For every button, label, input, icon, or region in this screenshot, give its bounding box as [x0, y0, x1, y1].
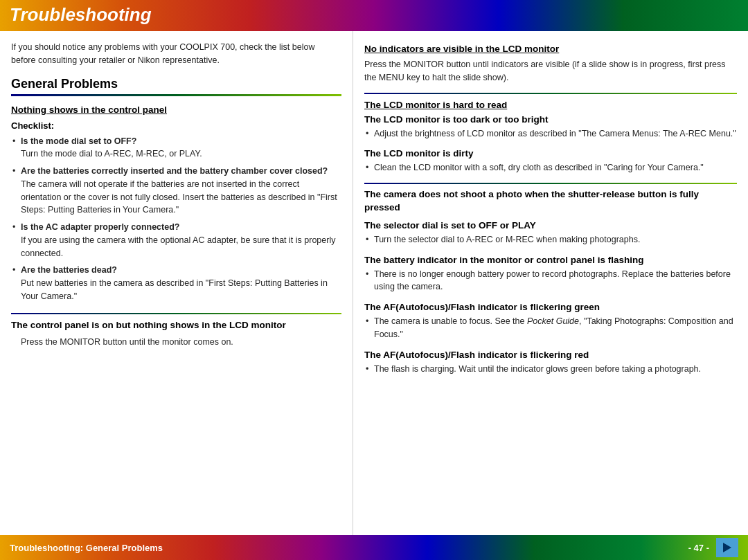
bullet-bold-1: Is the mode dial set to OFF?: [21, 136, 136, 146]
bullet-follow-1: Turn the mode dial to A-REC, M-REC, or P…: [21, 149, 202, 159]
page-title: Troubleshooting: [10, 4, 152, 26]
lcd-hard-section: The LCD monitor is hard to read The LCD …: [364, 93, 737, 175]
press-monitor-text: Press the MONITOR button until the monit…: [11, 336, 341, 349]
left-column: If you should notice any problems with y…: [0, 31, 353, 535]
page-footer: Troubleshooting: General Problems - 47 -: [0, 535, 748, 560]
battery-indicator-subsection: The battery indicator in the monitor or …: [364, 255, 737, 294]
list-item: Are the batteries correctly inserted and…: [11, 165, 341, 217]
svg-marker-0: [723, 543, 731, 552]
list-item: Clean the LCD monitor with a soft, dry c…: [364, 161, 737, 174]
bullet-follow-2: The camera will not operate if the batte…: [21, 179, 337, 215]
battery-indicator-heading: The battery indicator in the monitor or …: [364, 255, 737, 265]
right-column: No indicators are visible in the LCD mon…: [353, 31, 748, 535]
lcd-too-dark-subsection: The LCD monitor is too dark or too brigh…: [364, 114, 737, 141]
lcd-too-dark-heading: The LCD monitor is too dark or too brigh…: [364, 114, 737, 125]
footer-left-text: Troubleshooting: General Problems: [10, 543, 163, 553]
nothing-shows-heading: Nothing shows in the control panel: [11, 105, 341, 115]
list-item: The flash is charging. Wait until the in…: [364, 363, 737, 376]
battery-indicator-list: There is no longer enough battery power …: [364, 268, 737, 294]
camera-does-not-heading: The camera does not shoot a photo when t…: [364, 188, 737, 215]
list-item: Adjust the brightness of LCD monitor as …: [364, 127, 737, 141]
af-green-italic: Pocket Guide: [527, 316, 579, 326]
selector-off-heading: The selector dial is set to OFF or PLAY: [364, 220, 737, 231]
af-green-text-1: The camera is unable to focus. See the: [374, 316, 527, 326]
checklist-label: Checklist:: [11, 120, 341, 131]
camera-does-not-section: The camera does not shoot a photo when t…: [364, 183, 737, 375]
footer-page-number: - 47 -: [688, 543, 709, 553]
bullet-bold-3: Is the AC adapter properly connected?: [21, 222, 179, 232]
af-green-subsection: The AF(Autofocus)/Flash indicator is fli…: [364, 302, 737, 341]
control-panel-divider: [11, 313, 341, 314]
control-panel-heading: The control panel is on but nothing show…: [11, 320, 341, 330]
lcd-dirty-list: Clean the LCD monitor with a soft, dry c…: [364, 161, 737, 174]
bullet-bold-4: Are the batteries dead?: [21, 265, 117, 275]
list-item: Are the batteries dead? Put new batterie…: [11, 264, 341, 302]
general-problems-heading: General Problems: [11, 77, 341, 91]
main-content: If you should notice any problems with y…: [0, 31, 748, 535]
lcd-hard-heading: The LCD monitor is hard to read: [364, 100, 737, 110]
af-green-list: The camera is unable to focus. See the P…: [364, 315, 737, 341]
next-arrow-icon: [720, 541, 734, 554]
checklist-list: Is the mode dial set to OFF? Turn the mo…: [11, 135, 341, 303]
af-red-list: The flash is charging. Wait until the in…: [364, 363, 737, 376]
list-item: Turn the selector dial to A-REC or M-REC…: [364, 233, 737, 246]
bullet-follow-3: If you are using the camera with the opt…: [21, 235, 335, 258]
no-indicators-text: Press the MONITOR button until indicator…: [364, 58, 737, 84]
list-item: The camera is unable to focus. See the P…: [364, 315, 737, 341]
lcd-dirty-subsection: The LCD monitor is dirty Clean the LCD m…: [364, 148, 737, 174]
lcd-dirty-heading: The LCD monitor is dirty: [364, 148, 737, 159]
af-green-heading: The AF(Autofocus)/Flash indicator is fli…: [364, 302, 737, 312]
camera-does-not-divider: [364, 183, 737, 184]
lcd-hard-divider: [364, 93, 737, 94]
intro-text: If you should notice any problems with y…: [11, 41, 341, 67]
page-header: Troubleshooting: [0, 0, 748, 31]
list-item: Is the mode dial set to OFF? Turn the mo…: [11, 135, 341, 161]
footer-right: - 47 -: [688, 538, 738, 557]
selector-off-list: Turn the selector dial to A-REC or M-REC…: [364, 233, 737, 246]
control-panel-section: The control panel is on but nothing show…: [11, 313, 341, 349]
list-item: Is the AC adapter properly connected? If…: [11, 221, 341, 260]
af-red-heading: The AF(Autofocus)/Flash indicator is fli…: [364, 350, 737, 360]
no-indicators-heading: No indicators are visible in the LCD mon…: [364, 44, 737, 54]
lcd-too-dark-list: Adjust the brightness of LCD monitor as …: [364, 127, 737, 141]
selector-off-subsection: The selector dial is set to OFF or PLAY …: [364, 220, 737, 246]
af-red-subsection: The AF(Autofocus)/Flash indicator is fli…: [364, 350, 737, 376]
bullet-bold-2: Are the batteries correctly inserted and…: [21, 166, 328, 176]
next-page-button[interactable]: [716, 538, 738, 557]
no-indicators-section: No indicators are visible in the LCD mon…: [364, 44, 737, 84]
general-problems-divider: [11, 94, 341, 96]
list-item: There is no longer enough battery power …: [364, 268, 737, 294]
bullet-follow-4: Put new batteries in the camera as descr…: [21, 278, 328, 301]
